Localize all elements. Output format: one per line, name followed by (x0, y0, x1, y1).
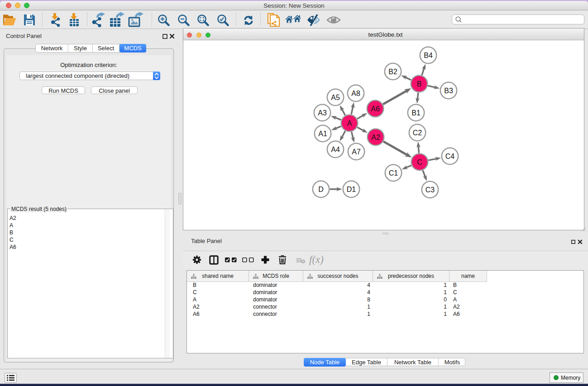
svg-text:B: B (417, 80, 422, 88)
svg-text:B3: B3 (444, 87, 453, 95)
svg-text:C2: C2 (413, 129, 422, 137)
svg-text:A: A (347, 119, 352, 127)
svg-text:B2: B2 (388, 68, 397, 76)
svg-text:A2: A2 (371, 133, 380, 141)
svg-text:A5: A5 (331, 94, 340, 101)
svg-text:A1: A1 (318, 130, 327, 138)
svg-text:C: C (417, 158, 422, 166)
svg-text:B4: B4 (424, 52, 433, 59)
svg-text:C4: C4 (445, 152, 455, 160)
svg-text:A3: A3 (318, 109, 327, 117)
svg-text:C1: C1 (389, 169, 398, 177)
svg-text:C3: C3 (425, 186, 435, 194)
svg-text:B1: B1 (411, 109, 421, 117)
svg-text:A6: A6 (371, 105, 380, 113)
svg-text:A4: A4 (331, 146, 340, 153)
svg-text:D1: D1 (347, 186, 356, 193)
svg-text:D: D (318, 186, 324, 193)
svg-text:A8: A8 (351, 90, 360, 97)
svg-text:A7: A7 (352, 148, 361, 156)
